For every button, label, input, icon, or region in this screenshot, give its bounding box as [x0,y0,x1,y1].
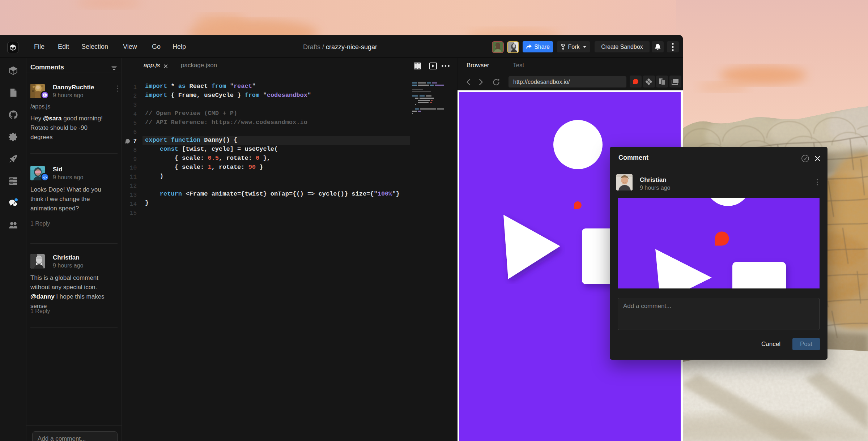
svg-text:</>: </> [43,176,47,179]
